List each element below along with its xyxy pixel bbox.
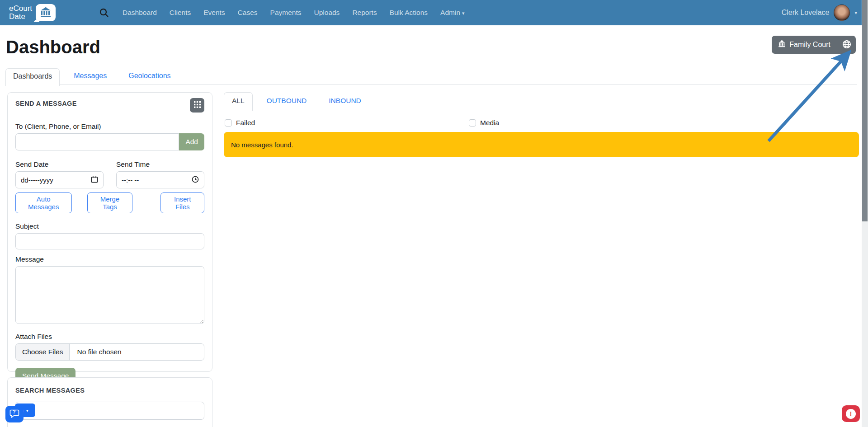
clock-icon — [192, 176, 199, 184]
user-name: Clerk Lovelace — [782, 9, 830, 17]
card-title: SEARCH MESSAGES — [15, 387, 204, 394]
help-chat-button[interactable]: ? — [5, 406, 24, 422]
chevron-down-icon: ▾ — [854, 10, 857, 16]
message-filter-tabs: ALL OUTBOUND INBOUND — [224, 92, 576, 110]
avatar — [834, 5, 850, 21]
nav-item-reports[interactable]: Reports — [352, 9, 377, 17]
tab-all[interactable]: ALL — [224, 92, 253, 111]
agency-button-group: Family Court — [772, 36, 856, 54]
message-filters: Failed Media — [224, 119, 859, 128]
search-icon[interactable] — [99, 8, 109, 18]
error-report-button[interactable]: ! — [842, 405, 860, 422]
failed-filter: Failed — [225, 119, 255, 127]
exclamation-icon: ! — [846, 409, 856, 419]
nav-item-clients[interactable]: Clients — [170, 9, 191, 17]
courthouse-icon — [778, 40, 786, 49]
chevron-down-icon: ▾ — [26, 408, 28, 413]
tab-messages[interactable]: Messages — [66, 68, 114, 84]
file-status-text: No file chosen — [70, 344, 128, 360]
page-title: Dashboard — [6, 37, 100, 57]
to-label: To (Client, Phone, or Email) — [15, 122, 204, 131]
tab-dashboards[interactable]: Dashboards — [5, 68, 60, 86]
send-date-input[interactable]: dd-----yyyy — [15, 171, 104, 188]
tab-geolocations[interactable]: Geolocations — [121, 68, 178, 84]
subject-input[interactable] — [15, 233, 204, 249]
send-time-label: Send Time — [116, 160, 204, 169]
nav-item-bulk-actions[interactable]: Bulk Actions — [390, 9, 428, 17]
grid-icon — [194, 101, 201, 109]
nav-item-cases[interactable]: Cases — [238, 9, 258, 17]
attach-files-input[interactable]: Choose Files No file chosen — [15, 343, 204, 361]
failed-checkbox[interactable] — [225, 119, 232, 127]
brand-logo[interactable]: eCourt Date — [9, 4, 56, 21]
media-label: Media — [480, 119, 499, 127]
brand-text: eCourt Date — [9, 5, 32, 21]
card-title: SEND A MESSAGE — [15, 100, 77, 107]
auto-messages-button[interactable]: Auto Messages — [15, 192, 72, 213]
help-widget: ) ▾ ? — [0, 400, 41, 427]
globe-icon — [842, 39, 852, 51]
app-root: eCourt Date — [0, 0, 868, 427]
nav-item-uploads[interactable]: Uploads — [314, 9, 340, 17]
grid-toggle-button[interactable] — [190, 98, 204, 113]
page-tabs: Dashboards Messages Geolocations — [5, 68, 857, 85]
agency-button[interactable]: Family Court — [772, 36, 837, 54]
messages-panel: ALL OUTBOUND INBOUND Failed Media No mes… — [224, 92, 859, 157]
nav-item-events[interactable]: Events — [203, 9, 225, 17]
scrollbar-track[interactable] — [862, 0, 868, 427]
insert-files-button[interactable]: Insert Files — [160, 192, 204, 213]
tab-inbound[interactable]: INBOUND — [321, 92, 369, 110]
merge-tags-button[interactable]: Merge Tags — [87, 192, 133, 213]
tab-outbound[interactable]: OUTBOUND — [259, 92, 315, 110]
add-recipient-button[interactable]: Add — [179, 133, 204, 150]
brand-bubble — [36, 4, 56, 21]
user-menu[interactable]: Clerk Lovelace ▾ — [782, 5, 857, 21]
chat-question-icon: ? — [9, 409, 19, 419]
attach-files-label: Attach Files — [15, 333, 204, 341]
choose-files-button[interactable]: Choose Files — [16, 344, 70, 360]
message-textarea[interactable] — [15, 266, 204, 324]
failed-label: Failed — [236, 119, 255, 127]
send-date-label: Send Date — [15, 160, 104, 169]
send-time-input[interactable]: --:-- -- — [116, 171, 204, 188]
to-input[interactable] — [15, 133, 179, 150]
subject-label: Subject — [15, 222, 204, 230]
nav-item-payments[interactable]: Payments — [270, 9, 302, 17]
search-messages-input[interactable] — [15, 402, 204, 420]
globe-button[interactable] — [837, 36, 856, 54]
chevron-down-icon: ▾ — [462, 10, 465, 16]
courthouse-icon — [40, 7, 52, 19]
message-label: Message — [15, 255, 204, 263]
calendar-icon — [91, 176, 98, 184]
media-filter: Media — [469, 119, 499, 127]
nav-item-dashboard[interactable]: Dashboard — [123, 9, 157, 17]
no-messages-alert: No messages found. — [224, 132, 859, 157]
main-nav: Dashboard Clients Events Cases Payments … — [123, 9, 465, 17]
top-navbar: eCourt Date — [0, 0, 868, 25]
nav-item-admin-dropdown[interactable]: Admin▾ — [440, 9, 464, 17]
media-checkbox[interactable] — [469, 119, 476, 127]
scrollbar-thumb[interactable] — [862, 0, 868, 221]
send-message-card: SEND A MESSAGE To (Client, Phone, or Ema… — [7, 92, 212, 372]
